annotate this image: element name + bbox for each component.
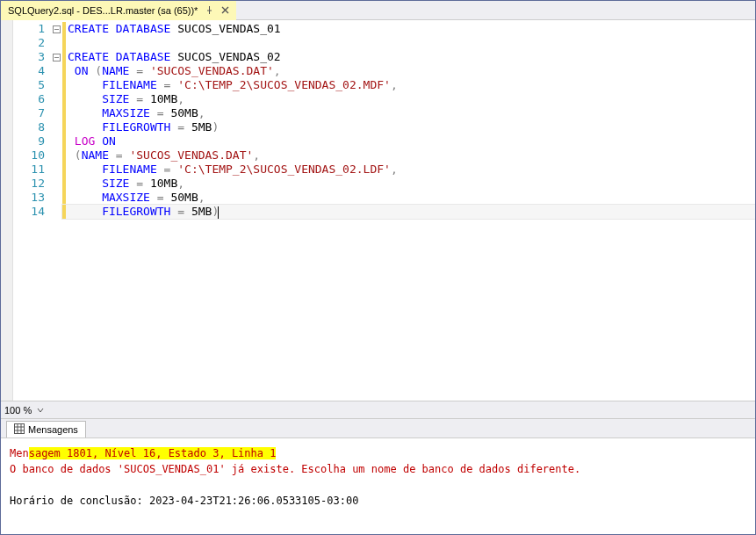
fold-toggle [50,134,62,148]
change-indicator [62,134,66,148]
change-indicator [62,92,66,106]
messages-tab-label: Mensagens [28,424,78,435]
tab-bar: SQLQuery2.sql - DES...LR.master (sa (65)… [1,1,755,20]
code-text: MAXSIZE = 50MB, [62,191,205,205]
line-number: 10 [13,148,50,163]
change-indicator [62,64,66,78]
code-text: ON (NAME = 'SUCOS_VENDAS.DAT', [62,64,281,78]
messages-tab[interactable]: Mensagens [6,421,86,437]
code-line[interactable] [62,36,755,50]
fold-toggle [50,205,62,219]
error-header-plain: Men [10,447,29,459]
change-indicator [62,78,66,92]
fold-toggle [50,163,62,177]
fold-toggle [50,92,62,106]
fold-column [50,20,62,401]
line-number: 12 [13,177,50,191]
line-number: 11 [13,163,50,177]
change-indicator [62,148,66,163]
change-indicator [62,120,66,134]
messages-panel[interactable]: Mensagem 1801, Nível 16, Estado 3, Linha… [1,437,755,534]
code-text: SIZE = 10MB, [62,177,184,191]
code-text: LOG ON [62,134,116,148]
fold-toggle [50,148,62,163]
code-line[interactable]: FILENAME = 'C:\TEMP_2\SUCOS_VENDAS_02.MD… [62,78,755,92]
line-number: 7 [13,106,50,120]
messages-tab-bar: Mensagens [1,418,755,437]
fold-toggle [50,191,62,205]
code-line[interactable]: MAXSIZE = 50MB, [62,106,755,120]
code-text: SIZE = 10MB, [62,92,184,106]
line-number: 9 [13,134,50,148]
fold-toggle [50,106,62,120]
line-number: 8 [13,120,50,134]
sql-editor[interactable]: 1234567891011121314 CREATE DATABASE SUCO… [1,20,755,401]
messages-grid-icon [14,423,25,436]
completion-time: Horário de conclusão: 2023-04-23T21:26:0… [10,493,746,509]
zoom-bar: 100 % [1,401,755,418]
code-text: FILENAME = 'C:\TEMP_2\SUCOS_VENDAS_02.MD… [62,78,398,92]
text-cursor [218,206,219,219]
svg-rect-4 [15,424,25,434]
code-text: CREATE DATABASE SUCOS_VENDAS_02 [62,50,281,64]
code-line[interactable]: CREATE DATABASE SUCOS_VENDAS_01 [62,22,755,36]
code-text: (NAME = 'SUCOS_VENDAS.DAT', [62,148,260,163]
error-detail: O banco de dados 'SUCOS_VENDAS_01' já ex… [10,461,746,477]
error-header-highlight: sagem 1801, Nível 16, Estado 3, Linha 1 [29,447,277,459]
zoom-dropdown-icon[interactable] [35,405,46,416]
code-text: MAXSIZE = 50MB, [62,106,205,120]
fold-toggle [50,64,62,78]
code-line[interactable]: CREATE DATABASE SUCOS_VENDAS_02 [62,50,755,64]
code-area[interactable]: CREATE DATABASE SUCOS_VENDAS_01CREATE DA… [62,20,755,401]
line-number: 1 [13,22,50,36]
pin-icon[interactable] [205,6,213,15]
change-indicator [62,163,66,177]
fold-toggle [50,36,62,50]
fold-toggle [50,120,62,134]
code-line[interactable]: ON (NAME = 'SUCOS_VENDAS.DAT', [62,64,755,78]
close-icon[interactable] [220,6,229,15]
code-text: CREATE DATABASE SUCOS_VENDAS_01 [62,22,281,36]
code-text: FILEGROWTH = 5MB) [62,205,219,219]
file-tab[interactable]: SQLQuery2.sql - DES...LR.master (sa (65)… [1,1,236,20]
fold-toggle [50,177,62,191]
code-line[interactable]: LOG ON [62,134,755,148]
code-line[interactable]: FILEGROWTH = 5MB) [62,120,755,134]
code-line[interactable]: SIZE = 10MB, [62,92,755,106]
change-indicator [62,205,66,219]
fold-toggle [50,78,62,92]
file-tab-title: SQLQuery2.sql - DES...LR.master (sa (65)… [8,5,198,16]
line-number: 2 [13,36,50,50]
code-line[interactable]: (NAME = 'SUCOS_VENDAS.DAT', [62,148,755,163]
code-line[interactable]: SIZE = 10MB, [62,177,755,191]
change-indicator [62,177,66,191]
change-indicator [62,191,66,205]
line-number-gutter: 1234567891011121314 [13,20,50,401]
line-number: 5 [13,78,50,92]
code-text: FILEGROWTH = 5MB) [62,120,219,134]
zoom-value: 100 % [4,405,32,416]
line-number: 13 [13,191,50,205]
error-header: Mensagem 1801, Nível 16, Estado 3, Linha… [10,445,746,461]
blank-line [10,477,746,493]
code-line[interactable]: MAXSIZE = 50MB, [62,191,755,205]
change-indicator [62,106,66,120]
fold-toggle[interactable] [50,50,62,64]
code-line[interactable]: FILEGROWTH = 5MB) [62,205,755,219]
change-indicator [62,22,66,36]
line-number: 14 [13,205,50,219]
change-indicator [62,36,66,50]
line-number: 3 [13,50,50,64]
code-line[interactable]: FILENAME = 'C:\TEMP_2\SUCOS_VENDAS_02.LD… [62,163,755,177]
line-number: 4 [13,64,50,78]
line-number: 6 [13,92,50,106]
editor-margin [1,20,13,401]
fold-toggle[interactable] [50,22,62,36]
code-text: FILENAME = 'C:\TEMP_2\SUCOS_VENDAS_02.LD… [62,163,398,177]
change-indicator [62,50,66,64]
